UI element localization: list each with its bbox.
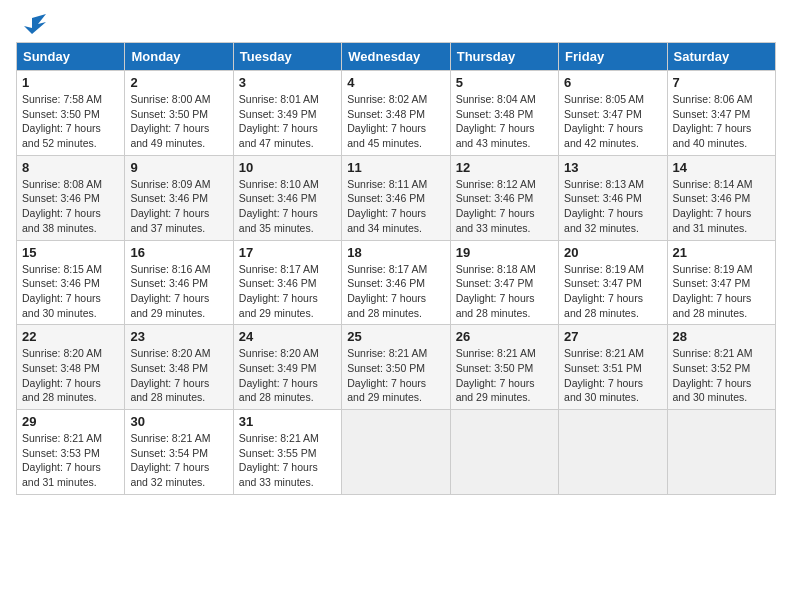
day-number: 22	[22, 329, 119, 344]
day-number: 25	[347, 329, 444, 344]
day-number: 3	[239, 75, 336, 90]
day-number: 12	[456, 160, 553, 175]
calendar-cell: 24 Sunrise: 8:20 AMSunset: 3:49 PMDaylig…	[233, 325, 341, 410]
calendar-cell	[450, 410, 558, 495]
calendar-cell: 17 Sunrise: 8:17 AMSunset: 3:46 PMDaylig…	[233, 240, 341, 325]
calendar-body: 1 Sunrise: 7:58 AMSunset: 3:50 PMDayligh…	[17, 71, 776, 495]
calendar-cell: 15 Sunrise: 8:15 AMSunset: 3:46 PMDaylig…	[17, 240, 125, 325]
day-info: Sunrise: 8:20 AMSunset: 3:49 PMDaylight:…	[239, 347, 319, 403]
day-number: 15	[22, 245, 119, 260]
calendar-header-thursday: Thursday	[450, 43, 558, 71]
calendar-week-5: 29 Sunrise: 8:21 AMSunset: 3:53 PMDaylig…	[17, 410, 776, 495]
calendar-header-wednesday: Wednesday	[342, 43, 450, 71]
day-info: Sunrise: 8:21 AMSunset: 3:50 PMDaylight:…	[347, 347, 427, 403]
day-info: Sunrise: 8:15 AMSunset: 3:46 PMDaylight:…	[22, 263, 102, 319]
day-info: Sunrise: 8:21 AMSunset: 3:54 PMDaylight:…	[130, 432, 210, 488]
day-number: 21	[673, 245, 770, 260]
day-number: 13	[564, 160, 661, 175]
day-number: 23	[130, 329, 227, 344]
calendar-cell: 10 Sunrise: 8:10 AMSunset: 3:46 PMDaylig…	[233, 155, 341, 240]
day-number: 1	[22, 75, 119, 90]
calendar-cell: 13 Sunrise: 8:13 AMSunset: 3:46 PMDaylig…	[559, 155, 667, 240]
calendar-header-monday: Monday	[125, 43, 233, 71]
calendar-cell: 20 Sunrise: 8:19 AMSunset: 3:47 PMDaylig…	[559, 240, 667, 325]
day-number: 2	[130, 75, 227, 90]
calendar-cell	[667, 410, 775, 495]
day-number: 20	[564, 245, 661, 260]
day-info: Sunrise: 8:08 AMSunset: 3:46 PMDaylight:…	[22, 178, 102, 234]
day-info: Sunrise: 8:04 AMSunset: 3:48 PMDaylight:…	[456, 93, 536, 149]
calendar-cell: 26 Sunrise: 8:21 AMSunset: 3:50 PMDaylig…	[450, 325, 558, 410]
day-info: Sunrise: 7:58 AMSunset: 3:50 PMDaylight:…	[22, 93, 102, 149]
day-info: Sunrise: 8:14 AMSunset: 3:46 PMDaylight:…	[673, 178, 753, 234]
calendar-header-tuesday: Tuesday	[233, 43, 341, 71]
calendar-cell: 4 Sunrise: 8:02 AMSunset: 3:48 PMDayligh…	[342, 71, 450, 156]
day-info: Sunrise: 8:20 AMSunset: 3:48 PMDaylight:…	[130, 347, 210, 403]
calendar-week-1: 1 Sunrise: 7:58 AMSunset: 3:50 PMDayligh…	[17, 71, 776, 156]
calendar-cell: 12 Sunrise: 8:12 AMSunset: 3:46 PMDaylig…	[450, 155, 558, 240]
day-number: 6	[564, 75, 661, 90]
day-number: 19	[456, 245, 553, 260]
day-info: Sunrise: 8:13 AMSunset: 3:46 PMDaylight:…	[564, 178, 644, 234]
calendar-cell: 5 Sunrise: 8:04 AMSunset: 3:48 PMDayligh…	[450, 71, 558, 156]
day-info: Sunrise: 8:00 AMSunset: 3:50 PMDaylight:…	[130, 93, 210, 149]
day-number: 18	[347, 245, 444, 260]
day-info: Sunrise: 8:18 AMSunset: 3:47 PMDaylight:…	[456, 263, 536, 319]
day-number: 7	[673, 75, 770, 90]
day-number: 17	[239, 245, 336, 260]
day-info: Sunrise: 8:05 AMSunset: 3:47 PMDaylight:…	[564, 93, 644, 149]
day-number: 4	[347, 75, 444, 90]
calendar-cell: 29 Sunrise: 8:21 AMSunset: 3:53 PMDaylig…	[17, 410, 125, 495]
day-info: Sunrise: 8:21 AMSunset: 3:50 PMDaylight:…	[456, 347, 536, 403]
day-number: 8	[22, 160, 119, 175]
day-info: Sunrise: 8:21 AMSunset: 3:51 PMDaylight:…	[564, 347, 644, 403]
calendar-header-row: SundayMondayTuesdayWednesdayThursdayFrid…	[17, 43, 776, 71]
day-number: 31	[239, 414, 336, 429]
day-info: Sunrise: 8:01 AMSunset: 3:49 PMDaylight:…	[239, 93, 319, 149]
day-info: Sunrise: 8:12 AMSunset: 3:46 PMDaylight:…	[456, 178, 536, 234]
day-info: Sunrise: 8:21 AMSunset: 3:55 PMDaylight:…	[239, 432, 319, 488]
calendar-cell: 22 Sunrise: 8:20 AMSunset: 3:48 PMDaylig…	[17, 325, 125, 410]
calendar-week-2: 8 Sunrise: 8:08 AMSunset: 3:46 PMDayligh…	[17, 155, 776, 240]
calendar-cell: 1 Sunrise: 7:58 AMSunset: 3:50 PMDayligh…	[17, 71, 125, 156]
calendar-cell: 27 Sunrise: 8:21 AMSunset: 3:51 PMDaylig…	[559, 325, 667, 410]
svg-marker-0	[24, 14, 46, 34]
calendar-table: SundayMondayTuesdayWednesdayThursdayFrid…	[16, 42, 776, 495]
calendar-cell: 3 Sunrise: 8:01 AMSunset: 3:49 PMDayligh…	[233, 71, 341, 156]
calendar-cell: 9 Sunrise: 8:09 AMSunset: 3:46 PMDayligh…	[125, 155, 233, 240]
logo-bird-icon	[18, 14, 46, 34]
day-number: 26	[456, 329, 553, 344]
day-number: 9	[130, 160, 227, 175]
calendar-cell: 31 Sunrise: 8:21 AMSunset: 3:55 PMDaylig…	[233, 410, 341, 495]
day-info: Sunrise: 8:17 AMSunset: 3:46 PMDaylight:…	[239, 263, 319, 319]
calendar-week-4: 22 Sunrise: 8:20 AMSunset: 3:48 PMDaylig…	[17, 325, 776, 410]
day-info: Sunrise: 8:21 AMSunset: 3:52 PMDaylight:…	[673, 347, 753, 403]
calendar-cell: 16 Sunrise: 8:16 AMSunset: 3:46 PMDaylig…	[125, 240, 233, 325]
calendar-cell: 8 Sunrise: 8:08 AMSunset: 3:46 PMDayligh…	[17, 155, 125, 240]
day-number: 5	[456, 75, 553, 90]
day-info: Sunrise: 8:17 AMSunset: 3:46 PMDaylight:…	[347, 263, 427, 319]
calendar-cell: 18 Sunrise: 8:17 AMSunset: 3:46 PMDaylig…	[342, 240, 450, 325]
day-number: 24	[239, 329, 336, 344]
calendar-cell: 2 Sunrise: 8:00 AMSunset: 3:50 PMDayligh…	[125, 71, 233, 156]
calendar-cell: 28 Sunrise: 8:21 AMSunset: 3:52 PMDaylig…	[667, 325, 775, 410]
day-number: 28	[673, 329, 770, 344]
day-info: Sunrise: 8:09 AMSunset: 3:46 PMDaylight:…	[130, 178, 210, 234]
day-info: Sunrise: 8:21 AMSunset: 3:53 PMDaylight:…	[22, 432, 102, 488]
day-info: Sunrise: 8:19 AMSunset: 3:47 PMDaylight:…	[673, 263, 753, 319]
day-number: 16	[130, 245, 227, 260]
calendar-cell: 14 Sunrise: 8:14 AMSunset: 3:46 PMDaylig…	[667, 155, 775, 240]
calendar-cell	[559, 410, 667, 495]
calendar-cell: 11 Sunrise: 8:11 AMSunset: 3:46 PMDaylig…	[342, 155, 450, 240]
calendar-cell: 25 Sunrise: 8:21 AMSunset: 3:50 PMDaylig…	[342, 325, 450, 410]
day-number: 11	[347, 160, 444, 175]
calendar-week-3: 15 Sunrise: 8:15 AMSunset: 3:46 PMDaylig…	[17, 240, 776, 325]
logo	[16, 16, 46, 36]
calendar-header-sunday: Sunday	[17, 43, 125, 71]
calendar-header-friday: Friday	[559, 43, 667, 71]
day-number: 10	[239, 160, 336, 175]
calendar-cell: 7 Sunrise: 8:06 AMSunset: 3:47 PMDayligh…	[667, 71, 775, 156]
page-header	[16, 16, 776, 36]
day-info: Sunrise: 8:10 AMSunset: 3:46 PMDaylight:…	[239, 178, 319, 234]
calendar-cell: 23 Sunrise: 8:20 AMSunset: 3:48 PMDaylig…	[125, 325, 233, 410]
